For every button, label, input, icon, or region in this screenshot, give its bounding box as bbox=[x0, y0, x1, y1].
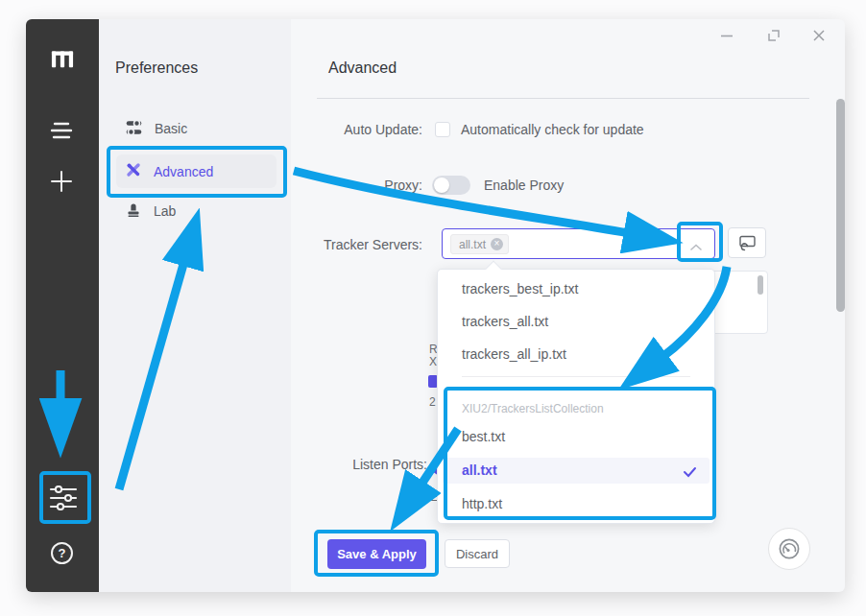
close-icon[interactable] bbox=[810, 27, 828, 44]
sidebar-item-label: Lab bbox=[154, 203, 176, 219]
sidebar-item-lab[interactable]: Lab bbox=[116, 194, 277, 228]
screenshot-stage: ? Preferences Basic bbox=[0, 0, 866, 616]
toggles-icon bbox=[126, 120, 142, 138]
auto-update-checkbox[interactable] bbox=[435, 122, 450, 137]
maximize-icon[interactable] bbox=[765, 27, 782, 44]
tracker-servers-select[interactable]: all.txt × bbox=[442, 228, 715, 259]
dropdown-item[interactable]: trackers_best_ip.txt bbox=[462, 281, 578, 296]
title-divider bbox=[317, 98, 809, 99]
preferences-title: Preferences bbox=[115, 59, 198, 77]
tag-close-icon[interactable]: × bbox=[491, 238, 503, 250]
proxy-label: Proxy: bbox=[277, 178, 422, 193]
sidebar-item-advanced[interactable]: Advanced bbox=[116, 154, 277, 188]
tracker-dropdown-panel: trackers_best_ip.txt trackers_all.txt tr… bbox=[437, 269, 715, 524]
tools-icon bbox=[126, 162, 141, 180]
motrix-logo bbox=[51, 48, 74, 69]
dropdown-caret bbox=[486, 261, 502, 277]
dropdown-item[interactable]: trackers_all.txt bbox=[462, 314, 548, 329]
dropdown-divider bbox=[462, 376, 690, 377]
selected-tracker-tag: all.txt × bbox=[450, 234, 509, 254]
page-title: Advanced bbox=[328, 59, 397, 77]
help-glyph: ? bbox=[51, 542, 73, 564]
minimize-icon[interactable] bbox=[718, 27, 735, 44]
preferences-nav: Preferences Basic bbox=[99, 19, 291, 592]
dropdown-item-selected[interactable]: all.txt bbox=[462, 462, 497, 478]
check-icon bbox=[683, 464, 697, 482]
speed-gauge-button[interactable] bbox=[768, 528, 810, 570]
chevron-up-icon[interactable] bbox=[689, 239, 703, 256]
stamp-icon bbox=[126, 202, 141, 221]
auto-update-label: Auto Update: bbox=[277, 122, 422, 137]
sidebar-item-label: Basic bbox=[155, 121, 187, 136]
tracker-servers-label: Tracker Servers: bbox=[277, 237, 422, 252]
sync-trackers-button[interactable] bbox=[728, 227, 766, 258]
discard-button[interactable]: Discard bbox=[445, 539, 510, 568]
tag-label: all.txt bbox=[459, 238, 486, 251]
listen-ports-label: Listen Ports: bbox=[281, 457, 427, 472]
main-scrollbar-thumb[interactable] bbox=[836, 99, 845, 312]
task-list-icon[interactable] bbox=[49, 121, 74, 140]
proxy-toggle-label: Enable Proxy bbox=[484, 178, 564, 193]
dropdown-group-label: XIU2/TrackersListCollection bbox=[462, 402, 604, 415]
save-apply-button[interactable]: Save & Apply bbox=[327, 539, 426, 569]
dropdown-item[interactable]: trackers_all_ip.txt bbox=[462, 346, 566, 362]
sidebar-item-label: Advanced bbox=[154, 164, 213, 179]
app-window: ? Preferences Basic bbox=[26, 19, 845, 592]
toggle-knob bbox=[434, 178, 449, 193]
dropdown-item[interactable]: best.txt bbox=[462, 429, 505, 444]
dropdown-item[interactable]: http.txt bbox=[462, 496, 502, 511]
help-icon[interactable]: ? bbox=[51, 542, 73, 564]
add-task-icon[interactable] bbox=[51, 171, 72, 192]
proxy-toggle[interactable] bbox=[432, 176, 470, 195]
app-sidebar: ? bbox=[26, 19, 99, 592]
preferences-sliders-icon[interactable] bbox=[49, 486, 78, 510]
textarea-scrollbar-thumb[interactable] bbox=[758, 275, 763, 295]
auto-update-checkbox-label[interactable]: Automatically check for update bbox=[461, 122, 644, 137]
sidebar-item-basic[interactable]: Basic bbox=[116, 111, 277, 146]
